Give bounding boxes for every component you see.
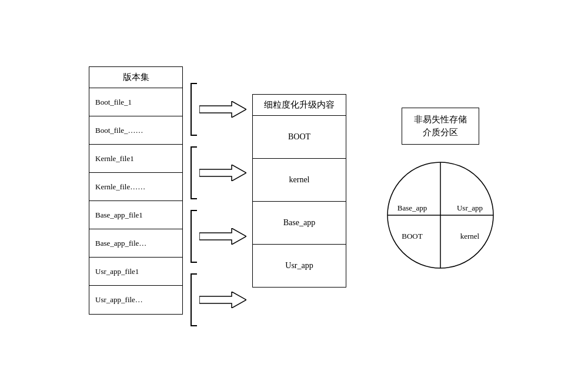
upgrade-table-header: 细粒度化升级内容 xyxy=(253,95,346,116)
version-row-4: Base_app_file1 xyxy=(89,201,182,229)
arrow-baseapp xyxy=(199,228,246,245)
svg-marker-3 xyxy=(199,292,246,308)
version-row-6: Usr_app_file1 xyxy=(89,258,182,286)
bracket-usrapp xyxy=(189,272,199,328)
right-title-line1: 非易失性存储 xyxy=(414,115,467,124)
arrow-group-kernel xyxy=(189,145,246,201)
main-diagram: 版本集 Boot_file_1 Boot_file_…… Kernle_file… xyxy=(77,38,511,343)
arrow-boot xyxy=(199,101,246,118)
arrow-group-usrapp xyxy=(189,272,246,328)
upgrade-row-0: BOOT xyxy=(253,116,346,159)
arrow-group-boot xyxy=(189,81,246,138)
arrows-section xyxy=(189,49,246,332)
svg-marker-0 xyxy=(199,101,246,118)
arrow-kernel xyxy=(199,165,246,181)
version-row-1: Boot_file_…… xyxy=(89,116,182,145)
version-table-header: 版本集 xyxy=(89,67,182,88)
bracket-boot xyxy=(189,81,199,138)
quadrant-label-baseapp: Base_app xyxy=(397,203,427,212)
version-row-5: Base_app_file… xyxy=(89,229,182,258)
circle-diagram: Base_app Usr_app BOOT kernel xyxy=(382,156,499,274)
version-row-2: Kernle_file1 xyxy=(89,145,182,173)
arrow-usrapp xyxy=(199,292,246,308)
right-section: 非易失性存储 介质分区 Base_app Usr_app BOOT kernel xyxy=(382,108,499,274)
svg-marker-2 xyxy=(199,228,246,245)
quadrant-label-usrapp: Usr_app xyxy=(457,203,483,212)
version-row-0: Boot_file_1 xyxy=(89,88,182,116)
svg-marker-1 xyxy=(199,165,246,181)
bracket-baseapp xyxy=(189,208,199,265)
upgrade-row-1: kernel xyxy=(253,159,346,202)
quadrant-label-kernel: kernel xyxy=(460,232,480,240)
version-table: 版本集 Boot_file_1 Boot_file_…… Kernle_file… xyxy=(89,66,183,315)
quadrant-label-boot: BOOT xyxy=(402,232,422,240)
version-row-3: Kernle_file…… xyxy=(89,173,182,201)
upgrade-table: 细粒度化升级内容 BOOT kernel Base_app Usr_app xyxy=(252,94,346,288)
right-title-line2: 介质分区 xyxy=(423,128,458,137)
upgrade-row-2: Base_app xyxy=(253,202,346,245)
right-title-box: 非易失性存储 介质分区 xyxy=(402,108,479,145)
bracket-kernel xyxy=(189,145,199,201)
upgrade-row-3: Usr_app xyxy=(253,245,346,287)
version-row-7: Usr_app_file… xyxy=(89,286,182,314)
arrow-group-baseapp xyxy=(189,208,246,265)
